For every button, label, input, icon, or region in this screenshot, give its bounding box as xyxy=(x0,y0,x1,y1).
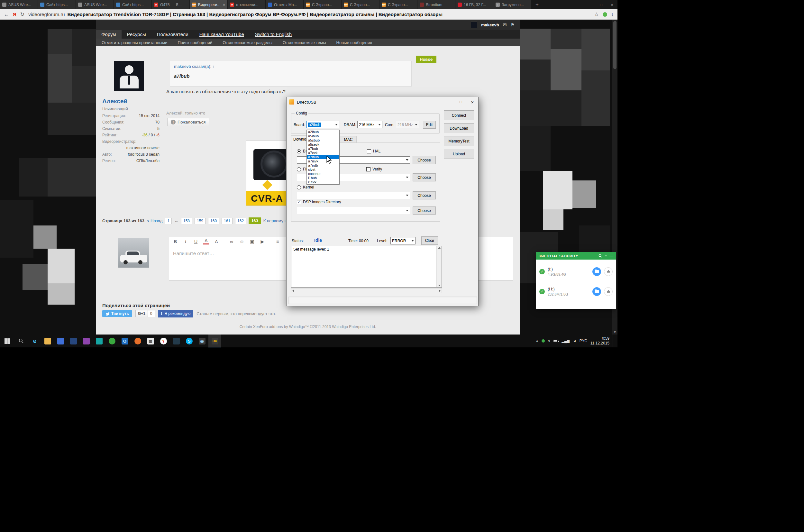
level-select[interactable]: ERROR xyxy=(390,237,416,244)
facebook-recommend-button[interactable]: fЯ рекомендую xyxy=(158,310,194,318)
inbox-envelope-icon[interactable]: ✉ xyxy=(503,22,507,27)
browser-tab[interactable]: Сайт https... xyxy=(114,0,152,9)
taskbar-clock[interactable]: 0:5911.12.2015 xyxy=(591,336,609,346)
subnav-watched-forums[interactable]: Отслеживаемые разделы xyxy=(223,40,272,45)
log-output[interactable]: Set message level: 1 xyxy=(291,246,442,288)
taskbar-app-yandex[interactable]: Y xyxy=(157,335,170,347)
dropdown-option[interactable]: a7evk xyxy=(307,151,339,155)
memorytest-button[interactable]: MemoryTest xyxy=(444,136,474,146)
search-icon[interactable] xyxy=(598,254,602,258)
tray-antivirus-icon[interactable] xyxy=(541,339,545,343)
start-button[interactable] xyxy=(0,335,14,347)
dropdown-option[interactable]: a5sevk xyxy=(307,142,339,147)
browser-tab[interactable]: ASUS Wire... xyxy=(0,0,38,9)
account-avatar[interactable] xyxy=(471,22,477,28)
show-desktop-button[interactable] xyxy=(613,335,615,347)
browser-tab[interactable]: Strontium xyxy=(418,0,455,9)
dropdown-option[interactable]: a5sbub xyxy=(307,138,339,142)
subnav-watched-threads[interactable]: Отслеживаемые темы xyxy=(283,40,326,45)
chevron-down-icon[interactable] xyxy=(404,157,410,164)
tray-badge-count[interactable]: 9 xyxy=(548,339,550,343)
dropdown-option[interactable]: a7bub xyxy=(307,147,339,151)
taskbar-app-firefox[interactable] xyxy=(131,335,144,347)
dram-select[interactable]: 216 MHz xyxy=(357,121,382,128)
browser-tab[interactable]: 16 ГБ, 32 Г... xyxy=(455,0,493,9)
language-indicator[interactable]: РУС xyxy=(579,339,587,343)
upload-button[interactable]: Upload xyxy=(444,149,474,159)
dialog-close-button[interactable]: × xyxy=(467,97,478,107)
verify-checkbox[interactable] xyxy=(366,167,370,171)
scroll-up-icon[interactable] xyxy=(438,247,441,249)
dropdown-option-highlighted[interactable]: a7ibub xyxy=(307,155,339,159)
smilies-icon[interactable]: ☺ xyxy=(239,239,245,244)
chevron-down-icon[interactable] xyxy=(410,238,415,244)
browser-tab[interactable]: ↓Загруженн... xyxy=(493,0,531,9)
network-icon[interactable]: ▂▄▆ xyxy=(561,339,570,343)
clear-button[interactable]: Clear xyxy=(421,236,438,245)
quote-header-link[interactable]: makeevb сказал(а): ↑ xyxy=(174,64,407,69)
dropdown-option[interactable]: a5ibub xyxy=(307,134,339,138)
turbo-mode-icon[interactable] xyxy=(603,12,607,17)
alerts-flag-icon[interactable]: ⚑ xyxy=(510,22,515,27)
taskbar-app-skype[interactable]: S xyxy=(183,335,195,347)
page-link[interactable]: 158 xyxy=(181,218,192,224)
downloads-icon[interactable]: ↓ xyxy=(611,12,614,17)
browser-tab[interactable]: ВРС Экрано... xyxy=(304,0,342,9)
taskbar-app[interactable] xyxy=(80,335,93,347)
nav-item-users[interactable]: Пользователи xyxy=(152,30,194,39)
taskbar-app[interactable] xyxy=(67,335,80,347)
open-drive-button[interactable] xyxy=(592,267,601,276)
dialog-maximize-button[interactable]: □ xyxy=(455,97,467,107)
eject-drive-button[interactable] xyxy=(604,287,613,296)
browser-tab[interactable]: Сайт https... xyxy=(38,0,76,9)
window-minimize-button[interactable]: ─ xyxy=(585,0,596,9)
yandex-logo-icon[interactable]: Я xyxy=(13,12,16,17)
italic-icon[interactable]: I xyxy=(183,239,189,244)
battery-icon[interactable] xyxy=(553,340,558,342)
underline-icon[interactable]: U xyxy=(193,239,199,244)
taskbar-app-calculator[interactable]: ▦ xyxy=(144,335,157,347)
bst-radio[interactable] xyxy=(297,149,301,153)
dsp-directory-input[interactable] xyxy=(297,207,410,214)
chevron-down-icon[interactable] xyxy=(404,174,410,181)
taskbar-app[interactable] xyxy=(170,335,183,347)
tab-close-icon[interactable]: × xyxy=(223,3,225,7)
reply-user-avatar[interactable] xyxy=(118,238,149,268)
browser-tab[interactable]: Ответы Ма... xyxy=(266,0,304,9)
dropdown-option[interactable]: civet xyxy=(307,168,339,172)
bst-choose-button[interactable]: Choose xyxy=(413,156,436,164)
quoted-message[interactable]: makeevb сказал(а): ↑ a7ibub xyxy=(170,61,411,87)
dialog-title-bar[interactable]: DirectUSB ─ □ × xyxy=(287,97,478,107)
dropdown-option[interactable]: a7ievk xyxy=(307,159,339,164)
tweet-button[interactable]: Твитнуть xyxy=(102,310,132,317)
kernel-file-input[interactable] xyxy=(297,192,410,199)
window-maximize-button[interactable]: □ xyxy=(596,0,607,9)
board-select[interactable]: a2ibub xyxy=(306,121,339,128)
eject-drive-button[interactable] xyxy=(604,267,613,276)
taskbar-app-explorer[interactable] xyxy=(41,335,54,347)
author-name-link[interactable]: Алексей xyxy=(102,98,127,105)
post-author-avatar[interactable] xyxy=(114,61,144,91)
scrollbar-down-icon[interactable]: ▼ xyxy=(612,330,617,334)
nav-item-resources[interactable]: Ресурсы xyxy=(121,30,152,39)
taskbar-app-edge[interactable]: e xyxy=(28,335,41,347)
tab-mac[interactable]: MAC xyxy=(340,136,357,143)
security-panel-header[interactable]: 360 TOTAL SECURITY ≡ — xyxy=(536,252,616,260)
text-color-icon[interactable]: A xyxy=(203,238,209,244)
taskbar-app-camera[interactable]: ◉ xyxy=(195,335,208,347)
chevron-down-icon[interactable] xyxy=(404,192,410,199)
page-link[interactable]: 161 xyxy=(222,218,232,224)
font-size-icon[interactable]: A xyxy=(213,239,219,244)
align-icon[interactable]: ≡ xyxy=(275,239,281,244)
kernel-choose-button[interactable]: Choose xyxy=(413,191,436,200)
log-vertical-scrollbar[interactable] xyxy=(436,246,442,287)
back-page-link[interactable]: < Назад xyxy=(147,218,162,223)
nav-item-switch-english[interactable]: Switch to English xyxy=(250,30,297,39)
kernel-radio[interactable] xyxy=(297,185,301,189)
taskbar-app-directusb[interactable]: DU xyxy=(208,335,221,347)
bookmark-star-icon[interactable]: ☆ xyxy=(594,11,599,17)
chevron-down-icon[interactable] xyxy=(404,207,410,214)
panel-minimize-icon[interactable]: — xyxy=(609,254,613,258)
new-tab-button[interactable]: + xyxy=(531,0,543,9)
browser-tab[interactable]: ВРС Экрано... xyxy=(380,0,418,9)
